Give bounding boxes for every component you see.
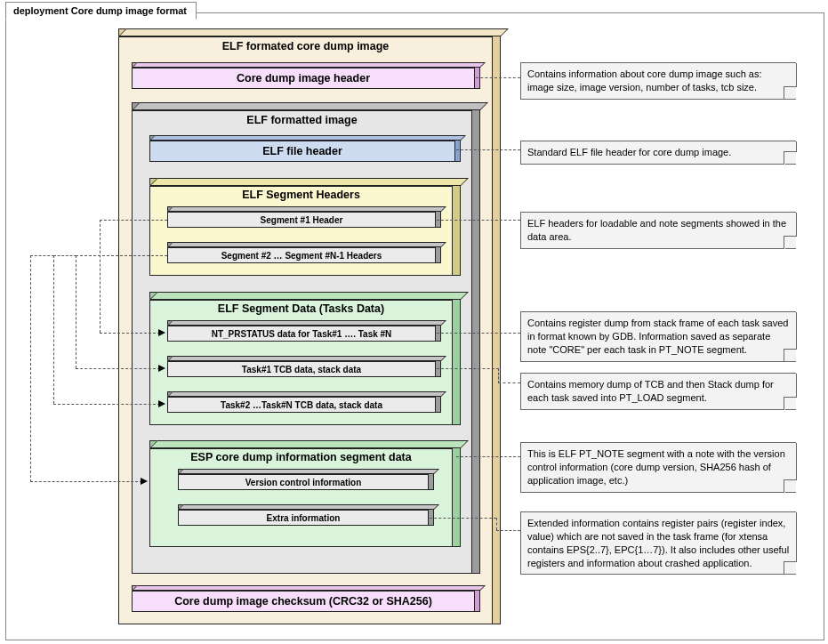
connector [30,481,142,482]
connector [53,404,160,405]
connector [437,333,520,334]
connector [496,518,497,530]
connector [100,220,100,333]
esp-core-dump-info: ESP core dump information segment data [149,440,461,547]
version-control-info: Version control information [178,469,434,490]
connector [76,255,167,256]
task1-tcb-data: Task#1 TCB data, stack data [167,356,441,377]
connector [76,368,160,369]
elf-segment-data-title: ELF Segment Data (Tasks Data) [149,302,453,315]
core-dump-image-header: Core dump image header [132,62,480,89]
connector [456,456,520,457]
note-prstatus: Contains register dump from stack frame … [520,311,796,362]
connector [496,530,520,531]
connector [498,368,499,383]
taskn-tcb-data: Task#2 …Task#N TCB data, stack data [167,391,441,413]
connector [437,220,520,221]
taskn-tcb-data-label: Task#2 …Task#N TCB data, stack data [167,397,436,413]
connector [100,220,167,221]
version-control-info-label: Version control information [178,474,429,490]
core-dump-image-header-label: Core dump image header [132,68,475,89]
arrowhead-icon [158,365,165,372]
core-dump-checksum-label: Core dump image checksum (CRC32 or SHA25… [132,591,475,612]
core-dump-checksum: Core dump image checksum (CRC32 or SHA25… [132,585,480,612]
elf-file-header-label: ELF file header [149,141,455,162]
nt-prstatus-data: NT_PRSTATUS data for Task#1 …. Task #N [167,320,441,342]
note-elf-header: Standard ELF file header for core dump i… [520,141,796,165]
connector [476,77,520,78]
elf-file-header: ELF file header [149,135,461,162]
note-vc: This is ELF PT_NOTE segment with a note … [520,442,796,493]
arrowhead-icon [158,329,165,336]
note-seg-headers: ELF headers for loadable and note segmen… [520,212,796,249]
segment-1-header-label: Segment #1 Header [167,212,436,228]
task1-tcb-data-label: Task#1 TCB data, stack data [167,361,436,377]
diagram-tab: deployment Core dump image format [5,2,197,20]
esp-core-dump-info-title: ESP core dump information segment data [149,451,453,463]
connector [30,255,54,256]
segment-n-headers: Segment #2 … Segment #N-1 Headers [167,242,441,263]
note-core-header: Contains information about core dump ima… [520,62,796,100]
arrowhead-icon [158,400,165,407]
arrowhead-icon [141,478,148,485]
connector [30,255,31,482]
connector [53,255,54,404]
connector [100,333,160,334]
connector [437,368,499,369]
connector [430,518,496,519]
segment-1-header: Segment #1 Header [167,206,441,228]
extra-information-label: Extra information [178,510,429,526]
segment-n-headers-label: Segment #2 … Segment #N-1 Headers [167,247,436,263]
nt-prstatus-data-label: NT_PRSTATUS data for Task#1 …. Task #N [167,326,436,342]
extra-information: Extra information [178,504,434,526]
connector [498,382,520,383]
outer-title: ELF formated core dump image [118,40,493,52]
connector [53,255,76,256]
elf-formatted-image-title: ELF formatted image [132,114,472,126]
note-tcb: Contains memory dump of TCB and then Sta… [520,373,796,410]
connector [456,149,520,150]
connector [76,255,76,368]
note-extra: Extended information contains register p… [520,511,796,575]
elf-segment-headers-title: ELF Segment Headers [149,189,453,201]
